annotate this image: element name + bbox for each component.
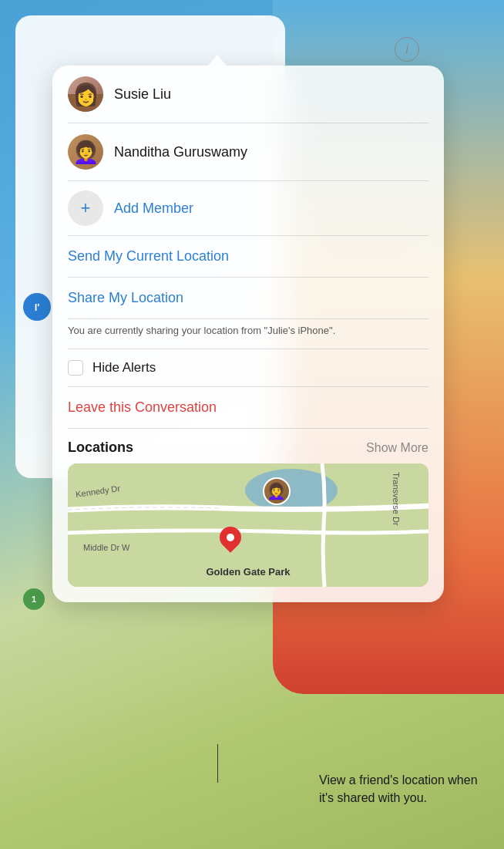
annotation-text: View a friend's location when it's share… bbox=[319, 772, 489, 807]
member-name-nanditha: Nanditha Guruswamy bbox=[114, 144, 247, 160]
leave-conversation-label: Leave this Conversation bbox=[68, 399, 217, 415]
info-icon: i bbox=[405, 42, 408, 56]
green-marker-label: 1 bbox=[32, 595, 36, 604]
map-label-middle: Middle Dr W bbox=[83, 543, 130, 552]
panel-notch bbox=[208, 55, 227, 66]
locations-header: Locations Show More bbox=[52, 429, 444, 463]
location-dot-label: I' bbox=[35, 302, 40, 313]
send-location-label: Send My Current Location bbox=[68, 248, 229, 264]
info-button[interactable]: i bbox=[395, 37, 419, 62]
locations-title: Locations bbox=[68, 440, 133, 456]
pin-circle bbox=[215, 522, 246, 553]
add-member-label: Add Member bbox=[114, 200, 193, 217]
location-info-text: You are currently sharing your location … bbox=[52, 319, 444, 349]
map-pin bbox=[220, 527, 241, 548]
panel-content: Susie Liu Nanditha Guruswamy + Add Membe… bbox=[52, 66, 444, 587]
send-location-row[interactable]: Send My Current Location bbox=[52, 236, 444, 277]
map-thumbnail[interactable]: Kennedy Dr Middle Dr W Transverse Dr 👩‍🦱… bbox=[68, 463, 428, 587]
location-dot-button[interactable]: I' bbox=[23, 293, 51, 321]
member-row-susie[interactable]: Susie Liu bbox=[52, 66, 444, 123]
avatar-nanditha bbox=[68, 134, 103, 170]
member-row-nanditha[interactable]: Nanditha Guruswamy bbox=[52, 123, 444, 180]
hide-alerts-checkbox[interactable] bbox=[68, 360, 83, 376]
pin-inner bbox=[227, 534, 234, 541]
share-location-label: Share My Location bbox=[68, 290, 183, 305]
annotation-line bbox=[217, 744, 218, 783]
green-marker[interactable]: 1 bbox=[23, 588, 45, 610]
main-panel: Susie Liu Nanditha Guruswamy + Add Membe… bbox=[52, 66, 444, 602]
add-member-icon: + bbox=[68, 190, 103, 226]
map-label-transverse: Transverse Dr bbox=[391, 473, 400, 526]
member-name-susie: Susie Liu bbox=[114, 86, 171, 103]
hide-alerts-row[interactable]: Hide Alerts bbox=[52, 349, 444, 386]
add-member-row[interactable]: + Add Member bbox=[52, 181, 444, 235]
hide-alerts-label: Hide Alerts bbox=[92, 360, 156, 376]
avatar-susie bbox=[68, 76, 103, 112]
share-location-row[interactable]: Share My Location bbox=[52, 278, 444, 318]
map-label-golden-gate-park: Golden Gate Park bbox=[206, 566, 290, 578]
map-friend-avatar: 👩‍🦱 bbox=[263, 477, 291, 505]
leave-conversation-row[interactable]: Leave this Conversation bbox=[52, 387, 444, 428]
show-more-button[interactable]: Show More bbox=[366, 441, 428, 455]
